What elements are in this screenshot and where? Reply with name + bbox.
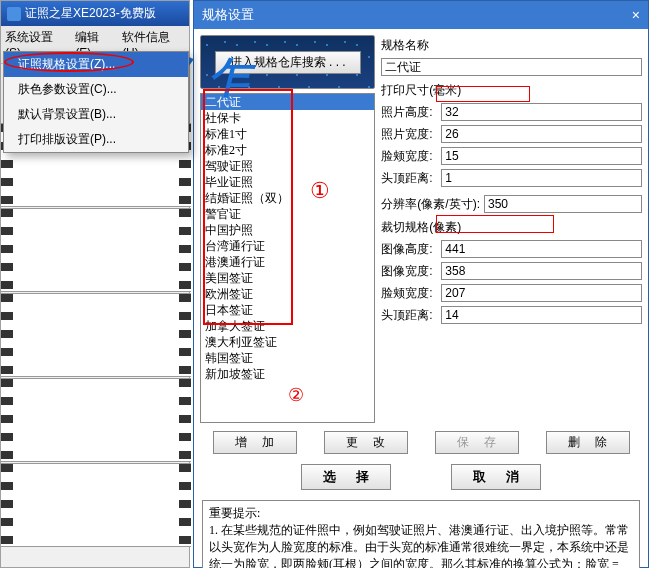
main-window: 证照之星XE2023-免费版 系统设置(S) 编辑(E) 软件信息(H) 证照规…: [0, 0, 190, 568]
dpi-input[interactable]: [484, 195, 642, 213]
list-item[interactable]: 标准1寸: [201, 126, 374, 142]
label-head-top2: 头顶距离:: [381, 307, 437, 324]
label-img-h: 图像高度:: [381, 241, 437, 258]
image-height-input[interactable]: [441, 240, 642, 258]
face-width-input[interactable]: [441, 147, 642, 165]
dialog-title: 规格设置: [202, 6, 254, 24]
label-dpi: 分辨率(像素/英寸):: [381, 196, 480, 213]
spec-name-input[interactable]: [381, 58, 642, 76]
list-item[interactable]: 社保卡: [201, 110, 374, 126]
film-frame: [1, 378, 191, 462]
label-photo-w: 照片宽度:: [381, 126, 437, 143]
label-img-w: 图像宽度:: [381, 263, 437, 280]
label-spec-name: 规格名称: [381, 37, 642, 54]
button-row-1: 增 加 更 改 保 存 删 除: [194, 429, 648, 456]
list-item[interactable]: 标准2寸: [201, 142, 374, 158]
annotation-1: ①: [310, 178, 330, 204]
image-width-input[interactable]: [441, 262, 642, 280]
menu-item-spec-settings[interactable]: 证照规格设置(Z)...: [4, 52, 188, 77]
label-face-w: 脸颊宽度:: [381, 148, 437, 165]
photo-width-input[interactable]: [441, 125, 642, 143]
add-button[interactable]: 增 加: [213, 431, 297, 454]
system-dropdown: 证照规格设置(Z)... 肤色参数设置(C)... 默认背景设置(B)... 打…: [3, 51, 189, 153]
label-print-size: 打印尺寸(毫米): [381, 82, 642, 99]
menu-item-bg-settings[interactable]: 默认背景设置(B)...: [4, 102, 188, 127]
app-title: 证照之星XE2023-免费版: [25, 5, 156, 22]
spec-list[interactable]: 二代证 社保卡 标准1寸 标准2寸 驾驶证照 毕业证照 结婚证照（双） 警官证 …: [200, 93, 375, 423]
hint-body: 1. 在某些规范的证件照中，例如驾驶证照片、港澳通行证、出入境护照等。常常以头宽…: [209, 523, 629, 568]
list-item[interactable]: 日本签证: [201, 302, 374, 318]
modify-button[interactable]: 更 改: [324, 431, 408, 454]
list-item[interactable]: 驾驶证照: [201, 158, 374, 174]
filmstrip: [1, 123, 191, 548]
list-item[interactable]: 加拿大签证: [201, 318, 374, 334]
app-icon: [7, 7, 21, 21]
photo-height-input[interactable]: [441, 103, 642, 121]
list-item[interactable]: 韩国签证: [201, 350, 374, 366]
list-item[interactable]: 警官证: [201, 206, 374, 222]
list-item[interactable]: 结婚证照（双）: [201, 190, 374, 206]
crop-face-width-input[interactable]: [441, 284, 642, 302]
annotation-2: ②: [288, 384, 304, 406]
save-button[interactable]: 保 存: [435, 431, 519, 454]
menu-item-skin-settings[interactable]: 肤色参数设置(C)...: [4, 77, 188, 102]
list-item[interactable]: 欧洲签证: [201, 286, 374, 302]
film-frame: [1, 293, 191, 377]
head-top-input[interactable]: [441, 169, 642, 187]
list-item[interactable]: 中国护照: [201, 222, 374, 238]
list-item[interactable]: 毕业证照: [201, 174, 374, 190]
label-photo-h: 照片高度:: [381, 104, 437, 121]
spec-dialog: 规格设置 × 进入规格仓库搜索 . . . 二代证 社保卡 标准1寸 标准2寸 …: [193, 0, 649, 568]
list-item[interactable]: 新加坡签证: [201, 366, 374, 382]
main-titlebar: 证照之星XE2023-免费版: [1, 1, 189, 26]
list-item[interactable]: 美国签证: [201, 270, 374, 286]
list-item[interactable]: 澳大利亚签证: [201, 334, 374, 350]
right-panel: 规格名称 打印尺寸(毫米) 照片高度: 照片宽度: 脸颊宽度: 头顶距离: 分辨…: [381, 35, 642, 423]
select-button[interactable]: 选 择: [301, 464, 391, 490]
close-icon[interactable]: ×: [632, 7, 640, 23]
label-crop: 裁切规格(像素): [381, 219, 642, 236]
list-item[interactable]: 台湾通行证: [201, 238, 374, 254]
hint-title: 重要提示:: [209, 506, 260, 520]
dialog-titlebar: 规格设置 ×: [194, 1, 648, 29]
crop-head-top-input[interactable]: [441, 306, 642, 324]
button-row-2: 选 择 取 消: [194, 456, 648, 498]
delete-button[interactable]: 删 除: [546, 431, 630, 454]
cancel-button[interactable]: 取 消: [451, 464, 541, 490]
film-frame: [1, 208, 191, 292]
label-head-top: 头顶距离:: [381, 170, 437, 187]
list-item[interactable]: 港澳通行证: [201, 254, 374, 270]
label-face-w2: 脸颊宽度:: [381, 285, 437, 302]
film-frame: [1, 463, 191, 547]
hint-box: 重要提示: 1. 在某些规范的证件照中，例如驾驶证照片、港澳通行证、出入境护照等…: [202, 500, 640, 568]
menu-item-print-settings[interactable]: 打印排版设置(P)...: [4, 127, 188, 152]
